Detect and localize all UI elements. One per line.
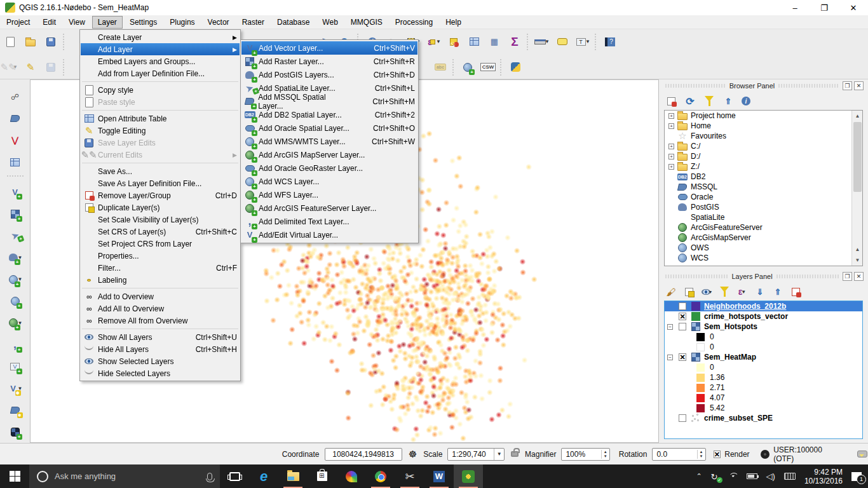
wifi-icon[interactable] [729,473,738,480]
layers-float-button[interactable]: ❐ [843,272,852,281]
taskbar-chrome-button[interactable] [366,464,395,488]
layer-menu-show-selected-layers[interactable]: Show Selected Layers [81,355,240,367]
layer-row-sem-heatmap[interactable]: −✕Sem_HeatMap [665,352,862,362]
layer-menu-labeling[interactable]: Labeling [81,274,240,286]
task-view-button[interactable] [220,464,249,488]
layer-visibility-checkbox[interactable] [679,302,686,310]
new-shapefile-button[interactable]: V▼ [6,379,25,397]
layer-visibility-checkbox[interactable] [679,323,686,330]
filter-browser-icon[interactable] [703,95,715,107]
menubar-item-web[interactable]: Web [316,16,343,29]
menubar-item-processing[interactable]: Processing [390,16,438,29]
menubar-item-plugins[interactable]: Plugins [164,16,200,29]
open-form-button[interactable] [6,153,25,171]
layer-menu-open-attribute-table[interactable]: Open Attribute Table [81,112,240,125]
layer-menu-create-layer[interactable]: Create Layer▶ [81,31,240,43]
browser-item-project-home[interactable]: +Project home [665,111,862,121]
field-calculator-button[interactable]: ▦ [485,32,504,51]
scroll-up2-icon[interactable]: ▲ [852,244,863,255]
layer-menu-show-all-layers[interactable]: Show All LayersCtrl+Shift+U [81,331,240,343]
layer-menu-remove-all-from-overview[interactable]: ∞Remove All from Overview [81,315,240,327]
expand-icon[interactable]: + [668,123,674,129]
remove-layer-icon[interactable] [790,286,801,297]
submenu-add-wfs-layer[interactable]: Add WFS Layer... [241,188,417,201]
browser-item-c[interactable]: +C:/ [665,141,862,151]
submenu-add-mssql-spatial-layer[interactable]: Add MSSQL Spatial Layer...Ctrl+Shift+M [241,95,417,108]
rotation-spinner[interactable]: ▲▼ [697,450,705,459]
menubar-item-raster[interactable]: Raster [236,16,270,29]
filter-legend-icon[interactable] [719,286,730,297]
collapse-all-icon[interactable]: ⇑ [722,95,734,107]
browser-item-ows[interactable]: OWS [665,243,862,253]
add-wms-layer-button[interactable]: ▼ [6,270,25,288]
layer-menu-set-scale-visibility-of-layer-s[interactable]: Set Scale Visibility of Layer(s) [81,214,240,226]
topology-checker-button[interactable]: ⋁ [6,132,25,149]
layers-close-button[interactable]: ✕ [854,272,864,281]
csw-button[interactable]: CSW [478,58,498,77]
open-project-button[interactable] [21,32,40,51]
menubar-item-view[interactable]: View [63,16,91,29]
toggle-editing-button[interactable]: ✎ [21,58,40,77]
menubar-item-help[interactable]: Help [440,16,467,29]
scroll-down-icon[interactable]: ▼ [852,255,863,266]
layer-menu-save-as[interactable]: Save As... [81,165,240,177]
submenu-add-vector-layer[interactable]: VAdd Vector Layer...Ctrl+Shift+V [241,41,417,55]
mssql-connection-button[interactable] [6,109,25,127]
battery-icon[interactable] [747,473,757,479]
restore-button[interactable]: ❐ [810,0,839,15]
collapse-icon[interactable]: − [667,324,673,330]
menubar-item-vector[interactable]: Vector [202,16,235,29]
layer-menu-remove-layer-group[interactable]: Remove Layer/GroupCtrl+D [81,189,240,201]
update-status-icon[interactable] [711,472,720,481]
browser-item-oracle[interactable]: Oracle [665,192,862,202]
layer-menu-add-from-layer-definition-file[interactable]: Add from Layer Definition File... [81,67,240,79]
browser-item-postgis[interactable]: PostGIS [665,202,862,212]
render-checkbox[interactable]: ✕ [714,451,721,458]
new-project-button[interactable] [1,32,20,51]
layer-visibility-checkbox[interactable]: ✕ [679,353,686,361]
submenu-add-postgis-layers[interactable]: Add PostGIS Layers...Ctrl+Shift+D [241,68,417,81]
add-virtual-layer-button[interactable]: V [6,358,25,376]
scale-lock-icon[interactable] [511,451,519,457]
layer-menu-embed-layers-and-groups[interactable]: Embed Layers and Groups... [81,55,240,67]
layer-menu-save-layer-edits[interactable]: Save Layer Edits [81,137,240,149]
expand-all-icon[interactable]: ⇓ [754,286,766,297]
taskbar-word-button[interactable]: W [424,464,454,488]
layer-menu-save-as-layer-definition-file[interactable]: Save As Layer Definition File... [81,177,240,189]
menubar-item-edit[interactable]: Edit [37,16,62,29]
expand-icon[interactable]: + [668,154,674,159]
layer-menu-set-crs-of-layer-s[interactable]: Set CRS of Layer(s)Ctrl+Shift+C [81,226,240,238]
browser-close-button[interactable]: ✕ [854,81,864,90]
expand-icon[interactable]: + [668,113,674,119]
manage-visibility-icon[interactable]: ▾ [701,286,712,297]
save-project-button[interactable] [41,32,60,51]
layer-menu-add-all-to-overview[interactable]: ∞Add All to Overview [81,302,240,315]
layer-row-sem-hotspots[interactable]: −Sem_Hotspots [665,322,862,332]
collapse-all-layers-icon[interactable]: ⇑ [772,286,783,297]
start-button[interactable] [0,464,29,488]
layer-menu-add-to-overview[interactable]: ∞Add to Overview [81,290,240,302]
expand-icon[interactable]: + [668,144,674,149]
taskbar-store-button[interactable] [308,464,337,488]
gps-tools-button[interactable]: ☍ [6,88,25,105]
layer-menu-set-project-crs-from-layer[interactable]: Set Project CRS from Layer [81,238,240,250]
taskbar-nbc-button[interactable] [337,464,366,488]
add-spatialite-layer-button[interactable]: ➤ [6,227,25,245]
submenu-add-arcgis-mapserver-layer[interactable]: Add ArcGIS MapServer Layer... [241,148,417,161]
menubar-item-project[interactable]: Project [1,16,36,29]
mouse-position-icon[interactable]: ☸ [407,449,419,460]
close-button[interactable]: ✕ [839,0,868,15]
expand-icon[interactable]: + [668,164,674,170]
submenu-add-oracle-georaster-layer[interactable]: Add Oracle GeoRaster Layer... [241,161,417,175]
microphone-icon[interactable] [207,473,212,480]
browser-item-spatialite[interactable]: SpatiaLite [665,212,862,222]
browser-item-db2[interactable]: DB2DB2 [665,172,862,182]
measure-button[interactable]: ▼ [532,32,552,51]
submenu-add-db2-spatial-layer[interactable]: DB2Add DB2 Spatial Layer...Ctrl+Shift+2 [241,108,417,121]
scale-combobox[interactable]: 1:290,740 ▼ [447,448,505,461]
layer-menu-properties[interactable]: Properties... [81,250,240,262]
browser-item-z[interactable]: +Z:/ [665,161,862,172]
menubar-item-mmqgis[interactable]: MMQGIS [345,16,388,29]
add-vector-layer-button[interactable]: V [6,183,25,201]
submenu-add-oracle-spatial-layer[interactable]: Add Oracle Spatial Layer...Ctrl+Shift+O [241,121,417,135]
